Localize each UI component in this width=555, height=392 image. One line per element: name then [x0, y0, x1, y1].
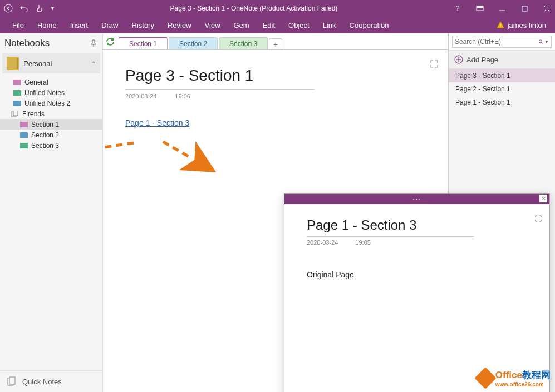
- menu-insert[interactable]: Insert: [63, 17, 95, 33]
- back-icon[interactable]: [3, 3, 13, 13]
- page-entry-label: Page 2 - Section 1: [455, 85, 510, 93]
- quick-notes-label: Quick Notes: [22, 378, 62, 386]
- popup-time[interactable]: 19:05: [355, 239, 371, 246]
- page-title[interactable]: Page 3 - Section 1: [125, 67, 426, 85]
- section-color-icon: [20, 132, 28, 138]
- sidebar-section-2[interactable]: Section 2: [0, 130, 102, 140]
- title-divider: [125, 89, 315, 90]
- section-tabstrip: Section 1 Section 2 Section 3 +: [103, 33, 448, 50]
- section-color-icon: [13, 90, 21, 96]
- sidebar-section-unfiled2[interactable]: Unfiled Notes 2: [0, 98, 102, 108]
- menu-edit[interactable]: Edit: [256, 17, 282, 33]
- popup-close-icon[interactable]: ✕: [539, 195, 547, 202]
- popup-date[interactable]: 2020-03-24: [307, 239, 338, 246]
- qat-dropdown-icon[interactable]: ▼: [50, 6, 55, 11]
- section-group-icon: [11, 111, 19, 117]
- popup-divider: [307, 236, 474, 237]
- menu-view[interactable]: View: [198, 17, 227, 33]
- section-label: General: [24, 78, 48, 86]
- page-entry-label: Page 1 - Section 1: [455, 98, 510, 106]
- popup-titlebar[interactable]: ⋯ ✕: [284, 194, 549, 204]
- close-icon[interactable]: [542, 3, 552, 13]
- page-entry-3[interactable]: Page 1 - Section 1: [449, 96, 555, 109]
- fullscreen-icon[interactable]: [430, 60, 438, 68]
- menu-history[interactable]: History: [125, 17, 161, 33]
- svg-rect-2: [477, 6, 483, 8]
- section-label: Section 1: [31, 121, 59, 128]
- help-icon[interactable]: ?: [453, 3, 463, 13]
- notebooks-sidebar: Notebooks Personal ⌃ General Unfiled Not…: [0, 33, 103, 392]
- minimize-icon[interactable]: [497, 3, 507, 13]
- watermark-brand2: 教程网: [522, 370, 551, 380]
- pin-icon[interactable]: [89, 39, 98, 48]
- section-color-icon: [13, 101, 21, 106]
- tab-label: Section 1: [129, 40, 157, 48]
- undo-icon[interactable]: [19, 3, 29, 13]
- section-color-icon: [13, 80, 21, 85]
- menu-cooperation[interactable]: Cooperation: [343, 17, 396, 33]
- quick-notes-button[interactable]: Quick Notes: [0, 370, 102, 392]
- user-account[interactable]: ! james linton: [497, 21, 549, 29]
- maximize-icon[interactable]: [519, 3, 529, 13]
- watermark: Office教程网 www.office26.com: [478, 369, 551, 388]
- search-dropdown-icon[interactable]: ▼: [544, 39, 549, 44]
- warning-icon: !: [497, 21, 504, 29]
- tab-label: Section 2: [179, 40, 207, 48]
- tab-label: Section 3: [229, 40, 257, 48]
- menu-gem[interactable]: Gem: [227, 17, 256, 33]
- page-hyperlink[interactable]: Page 1 - Section 3: [125, 118, 189, 127]
- svg-text:!: !: [499, 23, 501, 28]
- search-row: ▼: [449, 33, 555, 51]
- popup-title[interactable]: Page 1 - Section 3: [307, 217, 527, 233]
- menu-draw[interactable]: Draw: [95, 17, 125, 33]
- menu-link[interactable]: Link: [316, 17, 343, 33]
- page-entry-2[interactable]: Page 2 - Section 1: [449, 82, 555, 96]
- sidebar-group-friends[interactable]: Firends: [0, 108, 102, 119]
- group-label: Firends: [22, 110, 45, 118]
- menu-review[interactable]: Review: [161, 17, 198, 33]
- watermark-icon: [474, 367, 497, 389]
- window-controls: ?: [453, 3, 552, 13]
- notebook-selector[interactable]: Personal ⌃: [2, 53, 100, 73]
- titlebar: ▼ Page 3 - Section 1 - OneNote (Product …: [0, 0, 555, 17]
- search-box[interactable]: ▼: [452, 36, 552, 48]
- page-meta: 2020-03-24 19:06: [125, 93, 426, 100]
- page-date[interactable]: 2020-03-24: [125, 93, 156, 100]
- sidebar-section-3[interactable]: Section 3: [0, 140, 102, 151]
- ribbon-display-icon[interactable]: [475, 3, 485, 13]
- drag-handle-icon[interactable]: ⋯: [412, 195, 421, 204]
- tab-section-1[interactable]: Section 1: [119, 37, 168, 49]
- tab-section-3[interactable]: Section 3: [219, 37, 268, 49]
- search-input[interactable]: [455, 38, 538, 46]
- add-page-icon: [454, 55, 463, 64]
- menu-file[interactable]: File: [6, 17, 31, 33]
- popup-content[interactable]: Original Page: [307, 270, 527, 279]
- add-page-button[interactable]: Add Page: [449, 51, 555, 69]
- sidebar-section-general[interactable]: General: [0, 77, 102, 87]
- touch-mode-icon[interactable]: [35, 3, 45, 13]
- popup-body[interactable]: Page 1 - Section 3 2020-03-24 19:05 Orig…: [284, 204, 549, 292]
- menu-home[interactable]: Home: [31, 17, 63, 33]
- add-section-button[interactable]: +: [269, 38, 282, 49]
- page-time[interactable]: 19:06: [175, 93, 190, 100]
- popup-meta: 2020-03-24 19:05: [307, 239, 527, 246]
- svg-rect-9: [13, 111, 18, 116]
- section-color-icon: [20, 143, 28, 148]
- add-page-label: Add Page: [466, 56, 498, 64]
- popup-fullscreen-icon[interactable]: [535, 215, 542, 222]
- section-label: Unfiled Notes: [24, 89, 65, 97]
- sync-icon[interactable]: [105, 37, 115, 47]
- sidebar-section-1[interactable]: Section 1: [0, 119, 102, 130]
- menu-object[interactable]: Object: [282, 17, 316, 33]
- quick-notes-icon: [7, 376, 17, 386]
- search-icon[interactable]: [538, 38, 543, 46]
- sidebar-section-unfiled[interactable]: Unfiled Notes: [0, 87, 102, 98]
- tab-section-2[interactable]: Section 2: [169, 37, 218, 49]
- svg-point-14: [539, 40, 542, 43]
- notebook-name: Personal: [23, 59, 91, 68]
- page-entry-label: Page 3 - Section 1: [455, 72, 510, 80]
- page-entry-1[interactable]: Page 3 - Section 1: [449, 69, 555, 82]
- section-label: Section 2: [31, 131, 59, 139]
- svg-rect-11: [9, 377, 15, 384]
- content-area: Section 1 Section 2 Section 3 + Page 3 -…: [103, 33, 448, 392]
